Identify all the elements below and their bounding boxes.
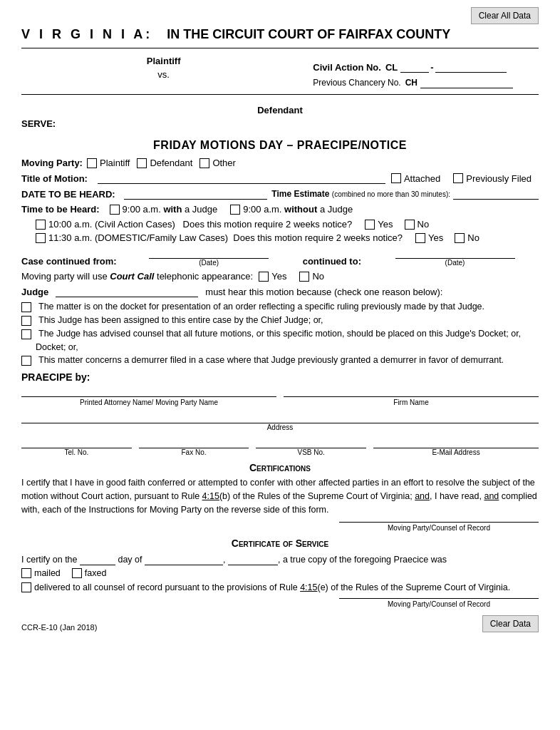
10am-no-checkbox[interactable] — [405, 220, 415, 230]
fax-input[interactable] — [139, 437, 249, 448]
time-10am-label: 10:00 a.m. (Civil Action Cases) Does thi… — [48, 219, 352, 230]
form-number: CCR-E-10 (Jan 2018) — [21, 623, 97, 632]
1130am-yes-checkbox[interactable] — [415, 233, 425, 243]
continued-to-label: continued to: — [303, 256, 361, 267]
1130am-no-checkbox[interactable] — [455, 233, 465, 243]
chancery-number-input[interactable] — [420, 77, 513, 88]
moving-party-defendant[interactable]: Defendant — [137, 158, 192, 168]
address-sub: Address — [267, 423, 294, 431]
section-title: FRIDAY MOTIONS DAY – PRAECIPE/NOTICE — [21, 139, 539, 152]
chancery-label: Previous Chancery No. — [313, 78, 400, 88]
previously-filed-option[interactable]: Previously Filed — [453, 173, 532, 184]
firm-name-input[interactable] — [284, 386, 539, 397]
vs-label: vs. — [21, 69, 306, 80]
reason-3-text: The Judge has advised counsel that all f… — [38, 329, 521, 339]
and-link-2: and — [484, 491, 499, 501]
attached-checkbox[interactable] — [391, 173, 401, 183]
reason-item-2: This Judge has been assigned to this ent… — [21, 315, 539, 326]
time-9am-with-judge[interactable]: 9:00 a.m. with a Judge — [110, 204, 218, 215]
reason-2-checkbox[interactable] — [21, 316, 31, 326]
reason-4-text: This matter concerns a demurrer filed in… — [38, 355, 504, 365]
attached-option[interactable]: Attached — [391, 173, 440, 184]
reason-3b-text: Docket; or, — [36, 342, 78, 352]
date-to-be-heard-input[interactable] — [124, 188, 268, 200]
day-input[interactable] — [80, 554, 115, 565]
mailed-option[interactable]: mailed — [21, 568, 61, 578]
defendant-option-label: Defendant — [150, 158, 192, 168]
court-call-yes[interactable]: Yes — [259, 271, 286, 282]
reason-3-checkbox[interactable] — [21, 329, 31, 339]
defendant-checkbox[interactable] — [137, 158, 147, 168]
1130am-no-label: No — [467, 232, 479, 243]
court-call-text: Moving party will use Court Call telepho… — [21, 271, 253, 282]
delivered-option[interactable]: delivered to all counsel of record pursu… — [21, 582, 510, 592]
email-input[interactable] — [373, 437, 539, 448]
time-10am-checkbox[interactable] — [36, 220, 46, 230]
vsb-input[interactable] — [256, 437, 366, 448]
court-name: IN THE CIRCUIT COURT OF FAIRFAX COUNTY — [167, 27, 450, 42]
civil-action-cl-input[interactable] — [400, 61, 429, 73]
clear-all-data-top-button[interactable]: Clear All Data — [471, 7, 539, 24]
cert-signature-line — [339, 522, 539, 523]
judge-input[interactable] — [56, 286, 198, 297]
time-10am[interactable]: 10:00 a.m. (Civil Action Cases) Does thi… — [36, 219, 352, 230]
firm-name-wrap: Firm Name — [284, 386, 539, 406]
court-call-no-checkbox[interactable] — [299, 272, 309, 282]
time-estimate-sub: (combined no more than 30 minutes): — [332, 190, 450, 198]
civil-action-label: Civil Action No. — [313, 62, 381, 73]
case-continued-to-input[interactable] — [395, 247, 515, 259]
clear-all-data-bottom-button[interactable]: Clear Data — [482, 615, 539, 632]
reason-item-3: The Judge has advised counsel that all f… — [21, 329, 539, 339]
moving-party-other[interactable]: Other — [199, 158, 236, 168]
defendant-label: Defendant — [21, 105, 539, 115]
must-label: must hear this motion because (check one… — [205, 287, 442, 297]
address-input[interactable] — [21, 412, 539, 423]
attorney-name-input[interactable] — [21, 386, 276, 397]
chancery-prefix: CH — [405, 78, 418, 88]
title-of-motion-input[interactable] — [98, 173, 385, 184]
date-sub-left: (Date) — [199, 259, 219, 267]
time-1130am-checkbox[interactable] — [36, 233, 46, 243]
time-9am-without-label: 9:00 a.m. without a Judge — [243, 204, 353, 215]
month-input[interactable] — [145, 554, 223, 565]
date-sub-right: (Date) — [445, 259, 465, 267]
court-call-no[interactable]: No — [299, 271, 324, 282]
time-9am-with-judge-checkbox[interactable] — [110, 205, 120, 215]
time-9am-without-judge[interactable]: 9:00 a.m. without a Judge — [230, 204, 353, 215]
plaintiff-checkbox[interactable] — [87, 158, 97, 168]
1130am-no[interactable]: No — [455, 232, 479, 243]
moving-party-plaintiff[interactable]: Plaintiff — [87, 158, 130, 168]
mailed-checkbox[interactable] — [21, 568, 31, 578]
faxed-label: faxed — [85, 568, 107, 578]
tel-sub: Tel. No. — [64, 448, 88, 456]
faxed-option[interactable]: faxed — [72, 568, 107, 578]
reason-1-text: The matter is on the docket for presenta… — [38, 302, 484, 312]
time-estimate-input[interactable] — [453, 188, 539, 200]
reason-4-checkbox[interactable] — [21, 356, 31, 366]
civil-action-prefix: CL — [385, 62, 398, 73]
other-checkbox[interactable] — [199, 158, 209, 168]
previously-filed-label: Previously Filed — [466, 173, 532, 184]
delivered-checkbox[interactable] — [21, 582, 31, 592]
10am-yes-checkbox[interactable] — [365, 220, 375, 230]
court-call-yes-checkbox[interactable] — [259, 272, 269, 282]
certifications-title: Certifications — [21, 462, 539, 473]
1130am-yes[interactable]: Yes — [415, 232, 443, 243]
reason-1-checkbox[interactable] — [21, 302, 31, 312]
date-to-be-heard-label: DATE TO BE HEARD: — [21, 189, 115, 200]
10am-yes-label: Yes — [378, 219, 393, 230]
faxed-checkbox[interactable] — [72, 568, 82, 578]
10am-yes[interactable]: Yes — [365, 219, 393, 230]
judge-label: Judge — [21, 287, 48, 297]
10am-no[interactable]: No — [405, 219, 430, 230]
civil-action-number-input[interactable] — [435, 61, 507, 73]
tel-input[interactable] — [21, 437, 132, 448]
time-1130am-label: 11:30 a.m. (DOMESTIC/Family Law Cases) D… — [48, 232, 403, 243]
time-1130am[interactable]: 11:30 a.m. (DOMESTIC/Family Law Cases) D… — [36, 232, 403, 243]
case-continued-from-input[interactable] — [149, 247, 269, 259]
time-9am-without-judge-checkbox[interactable] — [230, 205, 240, 215]
year-input[interactable] — [228, 554, 278, 565]
rule-link-2: 4:15 — [300, 582, 317, 592]
previously-filed-checkbox[interactable] — [453, 173, 463, 183]
1130am-yes-label: Yes — [428, 232, 443, 243]
